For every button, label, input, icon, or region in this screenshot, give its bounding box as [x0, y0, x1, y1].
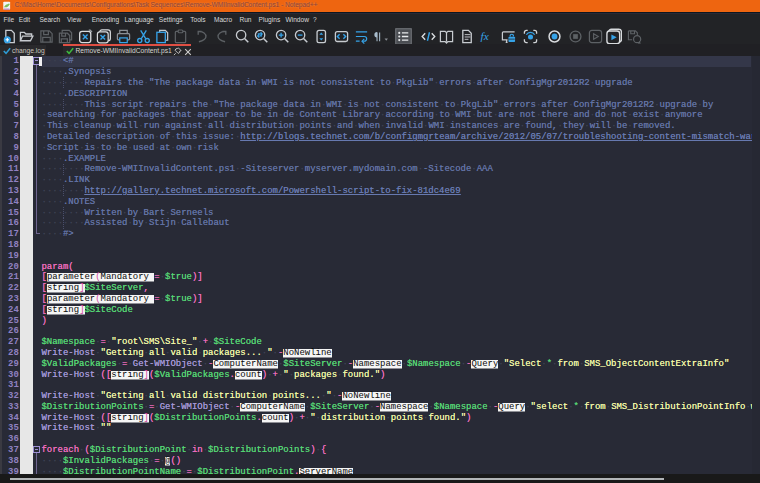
- svg-text:fx: fx: [480, 30, 488, 42]
